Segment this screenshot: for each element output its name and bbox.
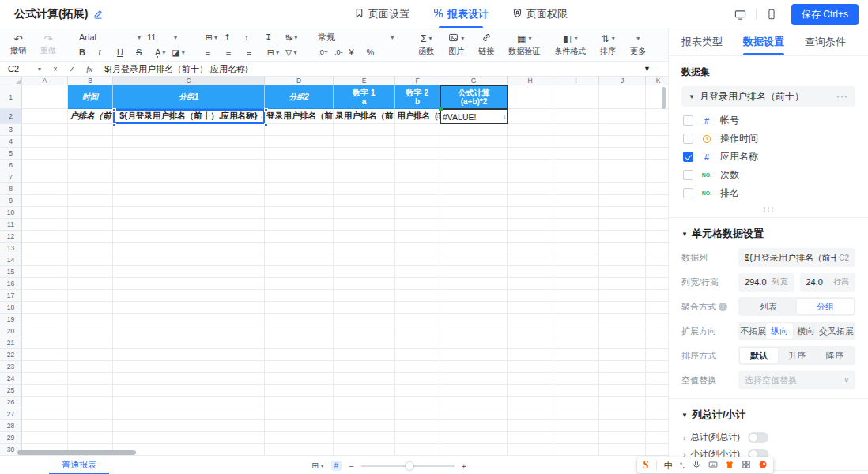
grid-cell[interactable] [334,337,395,349]
grid-cell[interactable] [646,349,668,361]
grid-cell[interactable] [113,207,265,219]
grid-cell[interactable] [646,266,668,278]
grid-cell[interactable] [113,444,265,456]
grid-cell[interactable] [508,124,553,136]
grid-cell[interactable]: 分组1 [113,85,265,109]
grid-cell[interactable] [508,385,553,397]
grid-cell[interactable] [22,254,68,266]
segment-option[interactable]: 横向 [793,323,819,339]
ime-logo-icon[interactable]: S [643,459,649,472]
segment-option[interactable]: 降序 [816,348,854,363]
grid-cell[interactable] [22,314,68,325]
row-header[interactable]: 5 [0,148,22,160]
italic-button[interactable]: I [95,47,114,57]
grid-cell[interactable] [68,136,113,148]
grid-cell[interactable] [395,207,440,219]
grid-cell[interactable] [599,337,646,349]
grid-cell[interactable] [22,85,68,109]
row-header[interactable]: 23 [0,361,22,373]
grid-cell[interactable] [68,325,113,337]
horizontal-scrollbar[interactable] [17,450,136,455]
insert-button[interactable]: 链接 [471,32,501,57]
grid-cell[interactable] [395,160,440,171]
grid-cell[interactable] [508,231,553,243]
grid-cell[interactable] [599,420,646,432]
zoom-out-button[interactable]: − [349,461,353,471]
grid-cell[interactable] [508,444,553,456]
grid-cell[interactable] [265,195,334,207]
grid-cell[interactable] [508,325,553,337]
grid-cell[interactable] [22,171,68,183]
grid-cell[interactable] [265,148,334,160]
grid-cell[interactable] [113,290,265,302]
grid-cell[interactable] [646,290,668,302]
grid-cell[interactable] [334,444,395,456]
grid-cell[interactable] [22,373,68,385]
grid-cell[interactable] [113,171,265,183]
grid-cell[interactable] [646,243,668,254]
field-checkbox[interactable] [683,134,693,144]
more-options-icon[interactable]: ··· [836,91,848,102]
formula-input[interactable]: ${月登录用户排名（前十）.应用名称} [104,63,248,75]
grid-cell[interactable] [553,136,599,148]
grid-cell[interactable] [68,231,113,243]
percent-button[interactable]: % [364,47,381,57]
grid-cell[interactable] [646,254,668,266]
row-header[interactable]: 13 [0,243,22,254]
align-right-button[interactable]: ≡ [243,47,264,57]
grid-cell[interactable] [440,254,508,266]
grid-cell[interactable]: #VALUE!↓ [440,109,508,124]
grid-cell[interactable] [334,385,395,397]
grid-cell[interactable] [508,254,553,266]
grid-cell[interactable] [553,325,599,337]
grid-cell[interactable] [395,195,440,207]
row-header[interactable]: 17 [0,290,22,302]
grid-cell[interactable] [599,408,646,420]
grid-cell[interactable] [440,349,508,361]
grid-cell[interactable] [395,444,440,456]
grid-cell[interactable] [265,243,334,254]
collapse-toolbar-icon[interactable]: ▼ [643,65,651,73]
grid-cell[interactable] [440,124,508,136]
grid-cell[interactable] [22,266,68,278]
grid-cell[interactable] [440,397,508,408]
grid-cell[interactable] [265,337,334,349]
grid-cell[interactable] [68,171,113,183]
grid-cell[interactable] [68,278,113,290]
grid-cell[interactable] [599,195,646,207]
grid-cell[interactable] [440,171,508,183]
grid-cell[interactable] [22,408,68,420]
grid-cell[interactable] [440,385,508,397]
grid-cell[interactable] [440,160,508,171]
underline-button[interactable]: U [114,47,133,57]
grid-cell[interactable] [508,397,553,408]
grid-cell[interactable] [646,408,668,420]
grid-cell[interactable] [395,373,440,385]
grid-cell[interactable] [22,207,68,219]
grid-cell[interactable] [599,231,646,243]
grid-cell[interactable] [113,183,265,195]
grid-cell[interactable] [508,85,553,109]
panel-tab[interactable]: 查询条件 [805,28,846,55]
segment-option[interactable]: 不拓展 [740,323,766,339]
grid-cell[interactable] [553,349,599,361]
column-header[interactable]: F [395,77,440,85]
grid-cell[interactable] [334,231,395,243]
grid-cell[interactable] [508,408,553,420]
number-format-select[interactable]: 常规▾ [315,32,397,43]
row-header[interactable]: 28 [0,420,22,432]
grid-cell[interactable] [508,302,553,314]
grid-cell[interactable] [113,266,265,278]
grid-cell[interactable] [599,302,646,314]
grid-cell[interactable] [553,160,599,171]
grid-cell[interactable] [646,278,668,290]
grid-cell[interactable] [553,109,599,124]
grid-cell[interactable] [265,420,334,432]
grid-cell[interactable] [440,266,508,278]
grid-cell[interactable] [68,385,113,397]
grid-cell[interactable] [22,290,68,302]
grid-cell[interactable] [22,183,68,195]
vertical-scrollbar[interactable] [662,87,666,109]
redo-button[interactable]: ↷ 重做 [35,34,62,56]
row-header[interactable]: 6 [0,160,22,171]
